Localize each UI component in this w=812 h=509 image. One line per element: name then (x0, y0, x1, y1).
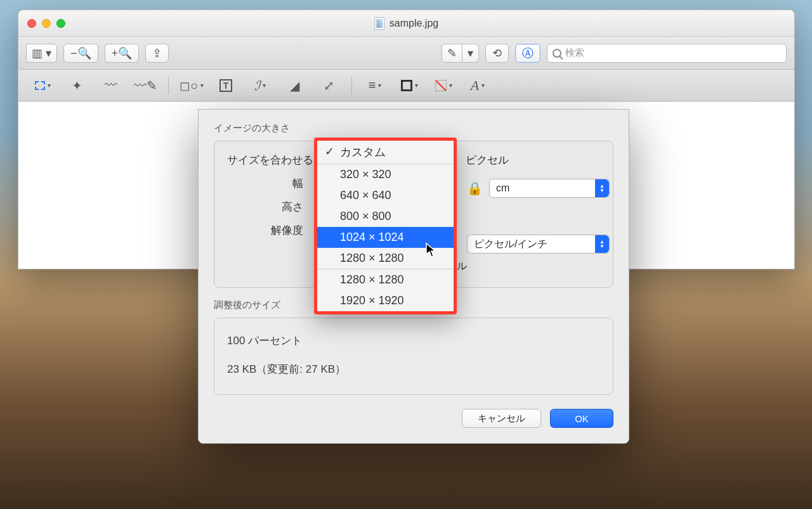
unit-select[interactable]: cm ▲▼ (489, 179, 610, 198)
zoom-in-icon: +🔍 (112, 46, 133, 60)
instant-alpha-tool[interactable]: ✦ (63, 75, 91, 96)
preset-option[interactable]: カスタム (317, 141, 454, 164)
minimize-window-button[interactable] (42, 19, 51, 28)
markup-toolbar-toggle[interactable]: Ⓐ (515, 44, 540, 63)
result-size: 23 KB（変更前: 27 KB） (227, 362, 600, 377)
resize-icon: ⤢ (324, 78, 334, 93)
adjust-color-tool[interactable]: ◢ (280, 75, 308, 96)
sidebar-toggle[interactable]: ▥ ▾ (26, 44, 57, 63)
markup-toolbar: ▾ ✦ 〰︎ 〰︎✎ ◻︎○▾ T ℐ▾ ◢ ⤢ ≡▾ ▾ ▾ A▾ (18, 70, 794, 101)
width-label: 幅 (227, 176, 303, 191)
draw-tool[interactable]: 〰︎ (97, 75, 125, 96)
markup-segment: ✎ ▾ (442, 44, 479, 63)
wand-icon: ✦ (72, 78, 82, 93)
window-title-text: sample.jpg (390, 18, 438, 29)
fit-label: サイズを合わせる (227, 153, 313, 167)
sign-tool[interactable]: ℐ▾ (246, 75, 274, 96)
zoom-in-button[interactable]: +🔍 (105, 44, 140, 63)
toolbar-main: ▥ ▾ −🔍 +🔍 ⇪ ✎ ▾ ⟲ Ⓐ 検索 (18, 37, 794, 70)
res-unit-value: ピクセル/インチ (474, 238, 547, 251)
markup-pen-button[interactable]: ✎ (442, 44, 462, 63)
selection-rect-icon (35, 81, 45, 90)
document-icon (374, 17, 384, 30)
ok-button[interactable]: OK (550, 409, 613, 428)
text-icon: T (219, 79, 233, 92)
dialog-buttons: キャンセル OK (214, 409, 613, 428)
rotate-button[interactable]: ⟲ (485, 44, 509, 63)
shapes-tool[interactable]: ◻︎○▾ (178, 75, 206, 96)
preset-option[interactable]: 1920 × 1920 (317, 290, 454, 311)
height-label: 高さ (227, 200, 303, 214)
signature-icon: ℐ (254, 78, 260, 93)
font-style[interactable]: A▾ (464, 75, 492, 96)
search-input[interactable]: 検索 (547, 44, 787, 63)
pencil-icon: 〰︎ (105, 78, 117, 93)
text-tool[interactable]: T (212, 75, 240, 96)
unit-value: cm (496, 183, 509, 194)
preset-option[interactable]: 800 × 800 (317, 206, 454, 227)
dialog-title: イメージの大きさ (214, 122, 613, 134)
mouse-cursor-icon (426, 243, 437, 258)
select-arrows-icon-2: ▲▼ (595, 235, 609, 253)
zoom-out-button[interactable]: −🔍 (63, 44, 98, 63)
size-preset-dropdown: カスタム320 × 320640 × 640800 × 8001024 × 10… (314, 138, 457, 314)
share-button[interactable]: ⇪ (145, 44, 169, 63)
border-icon (401, 80, 412, 91)
select-arrows-icon: ▲▼ (595, 179, 609, 197)
preset-option[interactable]: 1280 × 1280 (317, 269, 454, 290)
selection-tool[interactable]: ▾ (29, 75, 56, 96)
resample-fragment: ル (457, 261, 467, 271)
line-style[interactable]: ≡▾ (361, 75, 389, 96)
search-icon (553, 49, 561, 58)
fit-unit: ピクセル (466, 153, 509, 167)
font-icon: A (471, 77, 479, 94)
sketch-icon: 〰︎✎ (134, 78, 157, 93)
markup-dropdown-button[interactable]: ▾ (462, 44, 479, 63)
adjust-size-tool[interactable]: ⤢ (315, 75, 343, 96)
resolution-label: 解像度 (227, 223, 303, 238)
preset-option[interactable]: 320 × 320 (317, 164, 454, 185)
traffic-lights (27, 19, 65, 28)
res-unit-select[interactable]: ピクセル/インチ ▲▼ (467, 235, 610, 254)
fill-icon (435, 80, 447, 91)
lock-icon[interactable]: 🔒 (467, 181, 483, 196)
toolbar-divider-2 (351, 77, 352, 94)
window-title: sample.jpg (374, 17, 438, 30)
zoom-out-icon: −🔍 (70, 46, 91, 60)
cancel-button[interactable]: キャンセル (462, 409, 541, 428)
toolbar-divider (168, 77, 169, 94)
result-panel: 100 パーセント 23 KB（変更前: 27 KB） (214, 318, 613, 395)
shapes-icon: ◻︎○ (180, 78, 198, 93)
search-placeholder: 検索 (565, 47, 584, 59)
sketch-tool[interactable]: 〰︎✎ (131, 75, 159, 96)
prism-icon: ◢ (290, 78, 299, 93)
border-color[interactable]: ▾ (395, 75, 423, 96)
fill-color[interactable]: ▾ (429, 75, 457, 96)
share-icon: ⇪ (152, 46, 162, 60)
close-window-button[interactable] (27, 19, 36, 28)
zoom-window-button[interactable] (56, 19, 65, 28)
titlebar: sample.jpg (18, 10, 794, 37)
result-percent: 100 パーセント (227, 333, 600, 348)
lines-icon: ≡ (369, 78, 376, 93)
preset-option[interactable]: 640 × 640 (317, 185, 454, 206)
